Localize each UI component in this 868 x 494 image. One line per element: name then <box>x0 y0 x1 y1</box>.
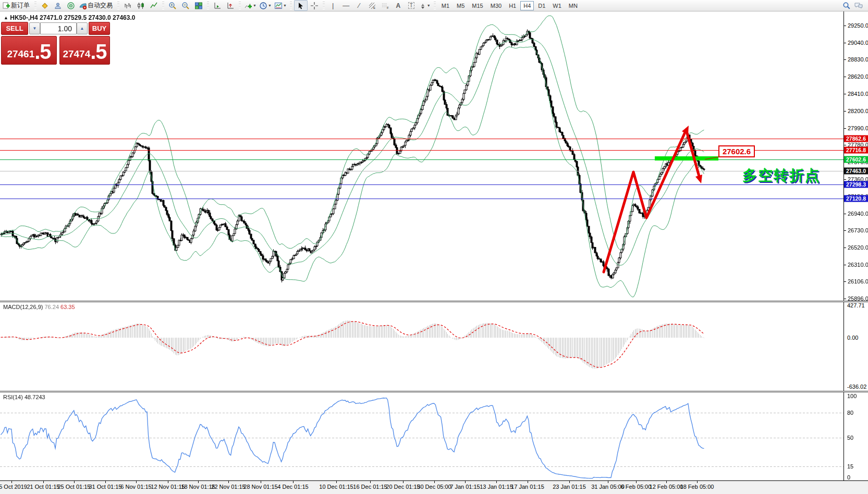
line-chart-button[interactable] <box>148 1 160 10</box>
price-tick-mark <box>844 94 846 94</box>
trend-zigzag-annotation[interactable] <box>0 11 843 301</box>
periods-button[interactable]: ▼ <box>258 1 273 10</box>
time-tick-mark <box>11 481 12 483</box>
timeframe-h1[interactable]: H1 <box>506 1 519 10</box>
main-chart-panel: 27602.6 多空转折点 ▲ HK50-,H4 27471.0 27529.5… <box>0 11 843 301</box>
toolbar-grip <box>207 2 209 9</box>
toolbar-grip <box>117 2 119 9</box>
time-tick-mark <box>697 481 698 483</box>
zoom-in-icon <box>168 2 177 10</box>
new-order-icon <box>3 2 10 9</box>
sell-price-display[interactable]: 27461.5 <box>1 36 57 65</box>
tile-windows-button[interactable] <box>192 1 205 10</box>
rsi-axis-label: 0 <box>847 474 850 480</box>
new-order-button[interactable]: 新订单 <box>2 1 32 10</box>
macd-axis-label: 0.00 <box>847 335 858 341</box>
symbol-marker-icon: ▲ <box>4 15 8 20</box>
sell-button[interactable]: SELL <box>1 22 28 35</box>
channel-tool[interactable]: F <box>379 1 392 10</box>
price-tick-mark <box>844 214 846 214</box>
price-tick-mark <box>844 43 846 43</box>
timeframe-m1[interactable]: M1 <box>438 1 453 10</box>
bar-chart-button[interactable] <box>121 1 134 10</box>
price-tick-label: 26520.0 <box>848 244 868 251</box>
timeframe-d1[interactable]: D1 <box>535 1 548 10</box>
price-badge: 27602.6 <box>844 156 868 163</box>
macd-canvas[interactable] <box>0 302 843 391</box>
price-tick-mark <box>844 281 846 282</box>
auto-scroll-button[interactable] <box>211 1 224 10</box>
fibonacci-tool[interactable]: E <box>366 1 378 10</box>
text-tool[interactable]: A <box>392 1 405 10</box>
cursor-tool-button[interactable] <box>294 0 308 11</box>
macd-name: MACD(12,26,9) <box>3 304 43 310</box>
price-tick-mark <box>844 128 846 129</box>
trendline-icon: ∕ <box>359 2 360 9</box>
price-tick-label: 29040.0 <box>848 40 868 46</box>
arrows-tool[interactable]: ▼ <box>418 1 432 10</box>
rsi-axis: 1008050150 <box>843 392 868 480</box>
buy-price-display[interactable]: 27474.5 <box>59 36 110 65</box>
toolbar-grip <box>290 2 292 9</box>
chart-shift-button[interactable] <box>224 1 237 10</box>
candlestick-chart-button[interactable] <box>135 1 147 10</box>
trendline-tool[interactable]: ∕ <box>353 1 365 10</box>
zoom-out-button[interactable] <box>179 1 192 10</box>
line-chart-icon <box>150 2 158 10</box>
time-tick-mark <box>496 481 497 483</box>
vertical-line-tool[interactable]: | <box>327 1 339 10</box>
time-tick-mark <box>608 481 608 483</box>
timeframe-bar: M1M5M15M30H1H4D1W1MN <box>438 1 581 10</box>
volume-decrease-button[interactable]: ▼ <box>29 22 40 34</box>
spin-up-icon: ▲ <box>80 26 84 31</box>
chart-shift-icon <box>226 2 235 10</box>
tile-windows-icon <box>194 2 203 10</box>
search-icon[interactable] <box>842 2 851 10</box>
buy-button[interactable]: BUY <box>89 22 110 35</box>
label-tool[interactable]: T <box>405 1 418 10</box>
chat-icon[interactable] <box>854 2 863 10</box>
auto-scroll-icon <box>213 2 222 10</box>
crosshair-tool-button[interactable] <box>308 1 321 10</box>
horizontal-line-tool[interactable]: — <box>340 1 352 10</box>
timeframe-m5[interactable]: M5 <box>454 1 468 10</box>
zoom-in-button[interactable] <box>166 1 179 10</box>
time-axis[interactable]: 15 Oct 201921 Oct 01:1525 Oct 01:1531 Oc… <box>0 480 868 494</box>
price-tick-mark <box>844 265 846 265</box>
time-tick-label: 17 Jan 01:15 <box>504 484 551 490</box>
price-axis: 29250.029040.028830.028620.028410.028200… <box>843 11 868 301</box>
volume-increase-button[interactable]: ▲ <box>77 22 88 34</box>
sell-price-main: 27461 <box>7 46 34 62</box>
person-icon <box>54 2 62 10</box>
time-tick-label: 18 Feb 05:00 <box>674 484 720 490</box>
signals-button[interactable] <box>65 1 77 10</box>
experts-button[interactable] <box>39 1 51 10</box>
indicators-button[interactable]: ▼ <box>243 1 258 10</box>
price-tick-mark <box>844 299 846 299</box>
volume-input[interactable]: 1.00 <box>40 22 77 34</box>
timeframe-w1[interactable]: W1 <box>549 1 565 10</box>
timeframe-h4[interactable]: H4 <box>520 1 534 10</box>
templates-button[interactable]: ▼ <box>273 1 288 10</box>
cursor-icon <box>297 2 304 9</box>
rsi-label: RSI(14) 48.7243 <box>3 394 45 400</box>
toolbar-right-group <box>842 2 866 10</box>
timeframe-mn[interactable]: MN <box>566 1 581 10</box>
time-tick-mark <box>261 481 261 483</box>
timeframe-m30[interactable]: M30 <box>487 1 505 10</box>
level-price-label[interactable]: 27602.6 <box>718 145 755 157</box>
time-tick-mark <box>105 481 106 483</box>
accounts-button[interactable] <box>52 1 64 10</box>
autotrading-button[interactable]: 自动交易 <box>78 1 115 10</box>
crosshair-icon <box>310 2 319 10</box>
spin-down-icon: ▼ <box>33 26 37 31</box>
radar-icon <box>67 2 75 10</box>
macd-axis: 427.710.00-636.02 <box>843 302 868 391</box>
label-tool-icon: T <box>408 2 414 9</box>
macd-axis-label: 427.71 <box>847 302 865 308</box>
volume-value: 1.00 <box>58 24 72 33</box>
price-badge: 27120.8 <box>844 195 868 202</box>
timeframe-m15[interactable]: M15 <box>469 1 486 10</box>
templates-icon <box>274 2 283 10</box>
rsi-canvas[interactable] <box>0 392 843 480</box>
